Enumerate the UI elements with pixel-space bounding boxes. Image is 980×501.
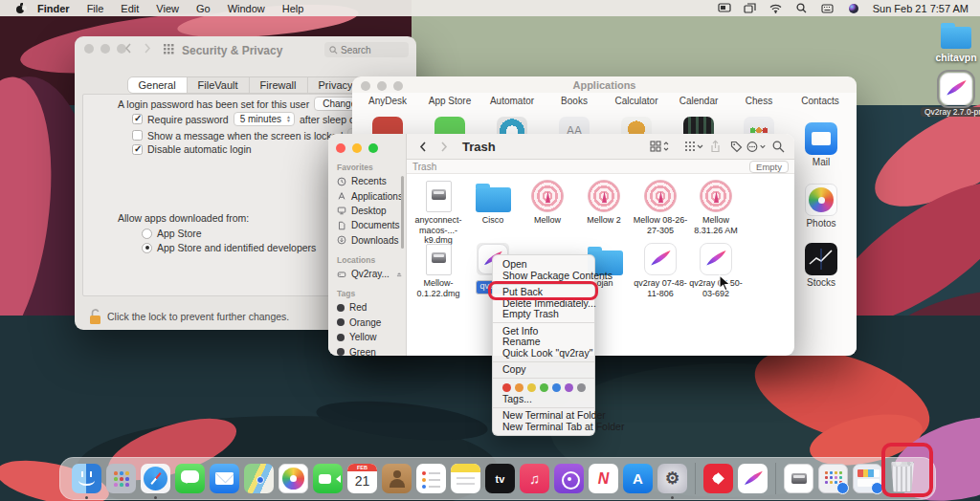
dock-qv2ray-icon[interactable] [738,464,768,493]
menu-item-quick-look[interactable]: Quick Look "qv2ray" [493,348,594,359]
show-message-checkbox[interactable] [132,130,143,141]
dock-contacts-icon[interactable] [382,464,412,493]
menu-item-empty-trash[interactable]: Empty Trash [493,309,594,320]
dock-dmg-file-icon[interactable] [784,464,813,493]
sidebar-item-documents[interactable]: Documents [328,218,406,232]
eject-icon[interactable] [396,271,402,278]
back-icon[interactable] [124,43,132,54]
menu-item-rename[interactable]: Rename [493,337,594,348]
view-mode-control[interactable] [649,138,670,155]
siri-icon[interactable] [847,2,860,14]
close-button[interactable] [336,143,345,153]
menu-item-open[interactable]: Open [493,259,594,271]
file-item[interactable]: Mellow-0.1.22.dmg [411,239,466,298]
file-item[interactable]: Mellow 08-26-27-305 [633,176,688,235]
dock-tv-icon[interactable]: tv [485,464,515,493]
search-field[interactable] [324,42,409,57]
tag-gray-icon[interactable] [577,383,586,392]
forward-icon[interactable] [144,43,151,54]
sidebar-item-applications[interactable]: Applications [328,188,406,203]
tag-button[interactable] [725,138,746,155]
menu-finder[interactable]: Finder [29,3,78,14]
minimize-button[interactable] [100,44,110,54]
more-actions-button[interactable] [746,138,768,155]
tab-general[interactable]: General [127,77,187,93]
apple-menu-icon[interactable] [15,4,25,13]
tag-blue-icon[interactable] [552,383,561,392]
sidebar-tag-green[interactable]: Green [328,344,406,356]
search-button[interactable] [768,138,789,155]
file-item[interactable]: qv2ray 07-50-03-692 [688,239,744,298]
forward-button[interactable] [434,138,455,155]
dock-reminders-icon[interactable] [416,464,446,493]
dock-system-preferences-icon[interactable]: ⚙ [657,464,687,493]
file-item[interactable]: anyconnect-macos-...-k9.dmg [411,176,466,246]
menu-item-copy[interactable]: Copy [493,364,594,376]
tab-filevault[interactable]: FileVault [188,77,250,93]
file-item[interactable]: Mellow 8.31.26 AM [688,176,744,235]
require-password-select[interactable]: 5 minutes▲▼ [234,112,295,126]
back-button[interactable] [412,138,434,155]
tag-yellow-icon[interactable] [527,383,536,392]
input-source-icon[interactable] [821,2,835,14]
dock-red-diamond-app-icon[interactable] [703,464,733,493]
radio-identified-developers[interactable] [142,243,152,253]
menu-item-new-terminal[interactable]: New Terminal at Folder [493,410,594,422]
tab-firewall[interactable]: Firewall [250,77,308,93]
dock-notes-icon[interactable] [451,464,480,493]
dock-calendar-icon[interactable]: FEB21 [347,464,377,493]
sidebar-item-recents[interactable]: Recents [328,174,406,188]
tag-orange-icon[interactable] [515,383,523,392]
desktop-icon-chitavpn[interactable]: chitavpn [933,23,979,63]
dock-music-icon[interactable]: ♫ [520,464,549,493]
wifi-icon[interactable] [769,2,783,14]
file-item[interactable]: Mellow [520,176,575,226]
dock-launchpad-icon[interactable] [106,464,136,493]
menu-window[interactable]: Window [219,3,274,14]
menu-help[interactable]: Help [274,3,313,14]
app-icon-photos[interactable] [805,184,837,216]
group-by-button[interactable] [683,138,704,155]
dock-photos-icon[interactable] [278,464,308,493]
desktop-icon-qv2ray[interactable]: Qv2ray 2.7.0-pre2 [921,73,980,117]
menu-file[interactable]: File [78,3,113,14]
dock-facetime-icon[interactable] [313,464,343,493]
sidebar-tag-yellow[interactable]: Yellow [328,330,406,344]
dock-finder-icon[interactable] [72,464,101,493]
unlocked-padlock-icon[interactable] [88,308,102,325]
dock-mail-icon[interactable] [210,464,239,493]
dock-messages-icon[interactable] [175,464,205,493]
sidebar-item-downloads[interactable]: Downloads [328,233,406,248]
sidebar-item-desktop[interactable]: Desktop [328,204,406,218]
dock-app-store-icon[interactable]: A [623,464,653,493]
file-item[interactable]: Cisco [465,176,521,226]
radio-app-store[interactable] [142,229,152,239]
sidebar-scrollbar[interactable] [401,176,404,249]
require-password-checkbox[interactable] [132,114,143,124]
disable-auto-login-checkbox[interactable] [132,144,143,155]
dock-podcasts-icon[interactable] [554,464,584,493]
menu-go[interactable]: Go [188,3,219,14]
menu-view[interactable]: View [147,3,188,14]
sidebar-tag-orange[interactable]: Orange [328,316,406,330]
window-controls[interactable] [84,44,126,54]
dock-safari-icon[interactable] [141,464,170,493]
display-status-icon[interactable] [718,2,731,14]
tag-purple-icon[interactable] [565,383,573,392]
menu-item-new-terminal-tab[interactable]: New Terminal Tab at Folder [493,422,594,433]
dock-news-icon[interactable]: N [589,464,618,493]
sidebar-item-qv2ray-volume[interactable]: Qv2ray... [328,267,406,281]
zoom-button[interactable] [368,143,378,153]
sidebar-tag-red[interactable]: Red [328,300,406,315]
menu-item-show-package-contents[interactable]: Show Package Contents [493,271,594,282]
menu-item-tags[interactable]: Tags... [493,394,594,405]
app-icon-mail[interactable] [805,122,837,155]
window-controls[interactable] [336,143,378,153]
spotlight-icon[interactable] [795,2,809,14]
show-all-icon[interactable] [164,44,174,54]
file-item[interactable]: qv2ray 07-48-11-806 [633,239,688,298]
tag-red-icon[interactable] [502,383,511,392]
share-button[interactable] [704,138,725,155]
minimize-button[interactable] [352,143,362,153]
close-button[interactable] [84,44,94,54]
